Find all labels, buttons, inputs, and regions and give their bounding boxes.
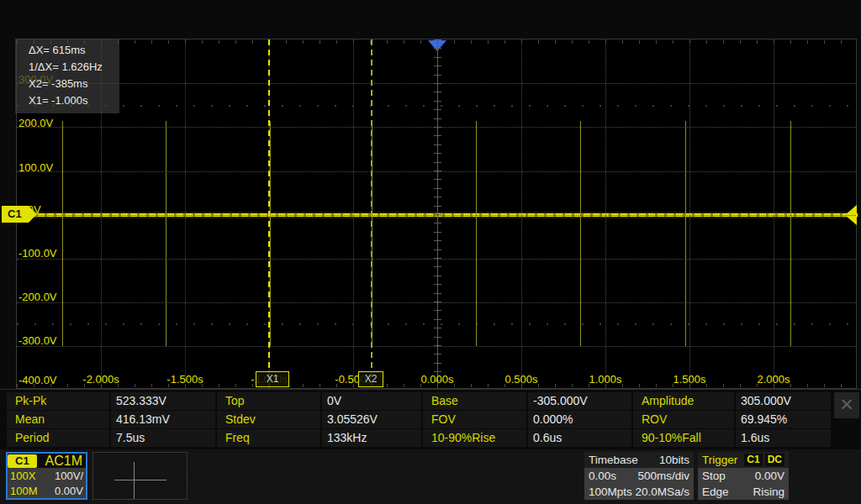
measurement-value: 3.05526V bbox=[322, 411, 421, 428]
y-axis-label: 200.0V bbox=[18, 117, 53, 129]
trigger-slope: Rising bbox=[753, 486, 784, 498]
measurement-close-button[interactable]: ✕ bbox=[834, 392, 859, 418]
x-axis-label: 0.500s bbox=[504, 373, 537, 386]
channel-c1-box[interactable]: C1 AC1M 100X 100V/ 100M 0.00V bbox=[6, 452, 87, 500]
measurement-label: FOV bbox=[423, 411, 526, 428]
x-axis-label: 0.000s bbox=[420, 373, 453, 386]
waveform-spike bbox=[790, 121, 791, 346]
trigger-level-value: 0.00V bbox=[755, 470, 784, 482]
trigger-coupling-chip: DC bbox=[765, 454, 784, 466]
grid-minor-dot-row bbox=[17, 323, 856, 325]
measurement-value: 7.5us bbox=[111, 429, 215, 447]
cursor-x1-value: X1= -1.000s bbox=[29, 92, 114, 109]
cursor-delta-x: ΔX= 615ms bbox=[29, 42, 114, 59]
grid-center-vticks bbox=[434, 39, 441, 388]
waveform-spike bbox=[62, 121, 63, 346]
measurement-separator bbox=[0, 389, 861, 390]
grid-vline bbox=[185, 39, 186, 388]
grid-minor-dot-row bbox=[17, 105, 856, 107]
cursor-info-panel: ΔX= 615ms 1/ΔX= 1.626Hz X2= -385ms X1= -… bbox=[15, 39, 119, 113]
timebase-title: Timebase bbox=[589, 454, 638, 466]
graticule: 300.0V200.0V100.0V0.0V-100.0V-200.0V-300… bbox=[16, 39, 857, 389]
channel-c1-header: C1 AC1M bbox=[8, 454, 86, 468]
measurement-value: 305.000V bbox=[736, 392, 831, 410]
measurement-value: 0.000% bbox=[528, 411, 631, 428]
measurement-label: Pk-Pk bbox=[7, 392, 109, 410]
measurement-label: ROV bbox=[633, 411, 734, 428]
bottom-bar: C1 AC1M 100X 100V/ 100M 0.00V Timebase 1… bbox=[0, 449, 861, 504]
y-axis-label: -400.0V bbox=[18, 374, 57, 386]
measurement-value: 133kHz bbox=[322, 429, 421, 447]
measurement-value: 0V bbox=[322, 392, 421, 410]
measurement-value: 416.13mV bbox=[111, 411, 215, 428]
waveform-spike bbox=[580, 121, 581, 346]
x-axis-label: 1.500s bbox=[673, 373, 705, 386]
channel-probe-label: 100X bbox=[10, 470, 35, 482]
channel-scale-value: 100V/ bbox=[55, 470, 83, 482]
measurement-label: Stdev bbox=[217, 411, 320, 428]
channel-c1-chip: C1 bbox=[8, 454, 37, 468]
waveform-spike bbox=[166, 121, 166, 346]
add-channel-slot[interactable] bbox=[92, 452, 188, 500]
cursor-inv-delta-x: 1/ΔX= 1.626Hz bbox=[29, 59, 114, 76]
trigger-panel[interactable]: Trigger C1 DC Stop 0.00V Edge Rising bbox=[698, 452, 789, 500]
cursor-x2-value: X2= -385ms bbox=[29, 76, 114, 92]
crosshair-icon bbox=[93, 453, 187, 499]
y-axis-label: -100.0V bbox=[18, 247, 57, 260]
measurement-table: Pk-Pk523.333VTop0VBase-305.000VAmplitude… bbox=[7, 392, 831, 447]
timebase-delay: 0.00s bbox=[589, 470, 616, 482]
measurement-value: -305.000V bbox=[528, 392, 631, 410]
cursor-x1-line[interactable] bbox=[268, 39, 270, 387]
grid-minor-ticks-top bbox=[17, 40, 856, 44]
timebase-mode: 10bits bbox=[659, 454, 689, 466]
waveform-spike bbox=[270, 121, 271, 346]
waveform-spike bbox=[685, 121, 686, 346]
channel-bandwidth-label: 100M bbox=[10, 485, 38, 497]
timebase-panel[interactable]: Timebase 10bits 0.00s 500ms/div 100Mpts … bbox=[584, 452, 694, 500]
cursor-x1-flag[interactable]: X1 bbox=[256, 371, 289, 387]
measurement-label: Base bbox=[423, 392, 526, 410]
channel-coupling-label: AC1M bbox=[45, 454, 86, 469]
x-axis-label: 2.000s bbox=[757, 373, 790, 386]
channel-offset-value: 0.00V bbox=[55, 485, 83, 497]
measurement-value: 69.945% bbox=[736, 411, 831, 428]
x-axis-label: 1.000s bbox=[589, 373, 621, 386]
y-axis-label: -200.0V bbox=[18, 291, 57, 303]
measurement-value: 523.333V bbox=[111, 392, 215, 410]
measurement-label: Mean bbox=[7, 411, 109, 428]
grid-vline bbox=[689, 39, 690, 388]
measurement-label: Amplitude bbox=[633, 392, 734, 410]
measurement-label: 90-10%Fall bbox=[633, 429, 734, 447]
trigger-status: Stop bbox=[702, 470, 726, 482]
x-axis-label: -2.000s bbox=[82, 373, 119, 386]
grid-vline bbox=[353, 39, 354, 388]
oscilloscope-screen: 300.0V200.0V100.0V0.0V-100.0V-200.0V-300… bbox=[0, 0, 861, 504]
measurement-value: 1.6us bbox=[736, 429, 831, 447]
measurement-label: 10-90%Rise bbox=[423, 429, 526, 447]
measurement-label: Freq bbox=[217, 429, 320, 447]
trigger-source-chip: C1 bbox=[744, 454, 762, 466]
trigger-title: Trigger bbox=[702, 454, 737, 466]
close-icon: ✕ bbox=[839, 395, 854, 414]
grid-vline bbox=[521, 39, 522, 388]
grid-vline bbox=[774, 39, 774, 388]
timebase-points: 100Mpts bbox=[589, 486, 632, 498]
measurement-value: 0.6us bbox=[528, 429, 631, 447]
measurement-label: Top bbox=[217, 392, 320, 410]
trigger-type: Edge bbox=[702, 486, 729, 498]
cursor-x2-flag[interactable]: X2 bbox=[358, 371, 383, 387]
x-axis-label: -1.500s bbox=[166, 373, 203, 386]
measurement-label: Period bbox=[7, 429, 109, 447]
y-axis-label: 100.0V bbox=[18, 161, 53, 174]
timebase-scale: 500ms/div bbox=[637, 470, 689, 482]
y-axis-label: -300.0V bbox=[18, 334, 57, 347]
grid-vline bbox=[605, 39, 606, 388]
cursor-x2-line[interactable] bbox=[371, 39, 372, 387]
waveform-spike bbox=[476, 121, 477, 346]
timebase-samplerate: 20.0MSa/s bbox=[635, 486, 689, 498]
